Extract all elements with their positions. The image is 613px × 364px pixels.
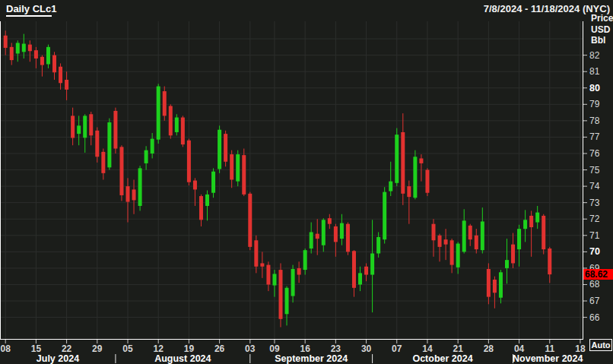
svg-text:07: 07 (392, 343, 402, 354)
auto-scale-button[interactable]: Auto (589, 339, 612, 351)
svg-text:03: 03 (245, 343, 256, 354)
svg-text:74: 74 (589, 181, 600, 191)
svg-text:05: 05 (122, 343, 133, 354)
svg-text:August 2024: August 2024 (154, 353, 211, 364)
svg-text:71: 71 (589, 230, 600, 241)
svg-text:81: 81 (589, 66, 600, 77)
svg-text:July 2024: July 2024 (37, 353, 79, 364)
svg-text:22: 22 (62, 343, 72, 354)
axis-unit-bbl: Bbl (591, 35, 613, 46)
svg-text:78: 78 (589, 116, 600, 126)
svg-text:19: 19 (184, 343, 195, 354)
svg-text:29: 29 (92, 343, 103, 354)
svg-text:82: 82 (589, 50, 600, 61)
last-price-label: 68.62 (583, 269, 613, 280)
svg-text:23: 23 (331, 343, 341, 354)
svg-text:04: 04 (514, 343, 525, 354)
svg-text:30: 30 (361, 343, 372, 354)
svg-text:November 2024: November 2024 (513, 353, 583, 364)
svg-text:66: 66 (589, 312, 600, 323)
svg-text:21: 21 (453, 343, 463, 354)
svg-text:16: 16 (300, 343, 310, 354)
svg-text:28: 28 (484, 343, 494, 354)
svg-text:80: 80 (589, 83, 600, 93)
svg-text:09: 09 (269, 343, 280, 354)
svg-text:12: 12 (154, 343, 164, 354)
axis-unit-usd: USD (591, 24, 613, 36)
chart-window: { "header": { "title": "Daily CLc1", "da… (0, 0, 613, 364)
svg-text:77: 77 (589, 131, 600, 142)
price-axis-units: Price USD Bbl (591, 13, 613, 46)
chart-title: Daily CLc1 (6, 3, 56, 14)
svg-text:72: 72 (589, 214, 600, 224)
series-underline (6, 15, 52, 17)
svg-text:68: 68 (589, 279, 600, 290)
svg-text:14: 14 (422, 343, 433, 354)
svg-text:18: 18 (575, 343, 586, 354)
axis-unit-price: Price (591, 13, 613, 24)
svg-text:September 2024: September 2024 (275, 353, 348, 364)
svg-text:76: 76 (589, 148, 600, 159)
candlestick-chart[interactable]: 8281807978777675747372717069686766081522… (0, 0, 613, 364)
svg-text:08: 08 (1, 343, 11, 354)
svg-text:11: 11 (545, 343, 554, 354)
svg-text:October 2024: October 2024 (412, 353, 472, 364)
svg-text:67: 67 (589, 296, 600, 306)
svg-text:70: 70 (589, 246, 600, 257)
svg-text:79: 79 (589, 99, 600, 109)
svg-text:26: 26 (214, 343, 225, 354)
svg-text:15: 15 (31, 343, 42, 354)
svg-text:75: 75 (589, 165, 600, 176)
svg-text:73: 73 (589, 198, 600, 208)
